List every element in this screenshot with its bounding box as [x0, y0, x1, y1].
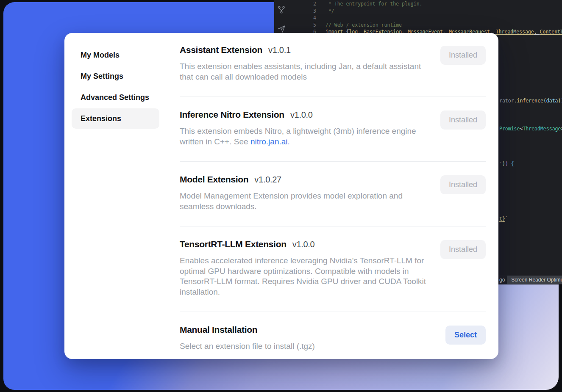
extension-row-tensorrt: TensortRT-LLM Extensionv1.0.0 Enables ac… [180, 226, 486, 312]
extension-description: This extension embeds Nitro, a lightweig… [180, 126, 430, 147]
code-fragment: t}` [499, 215, 508, 223]
settings-sidebar: My Models My Settings Advanced Settings … [64, 33, 166, 359]
installed-button[interactable]: Installed [440, 110, 486, 130]
installed-button[interactable]: Installed [440, 46, 486, 65]
wallpaper-gradient: My Models My Settings Advanced Settings … [3, 2, 559, 390]
installed-button[interactable]: Installed [440, 240, 486, 259]
extension-name: Assistant Extension [180, 45, 262, 55]
extension-version: v1.0.27 [254, 175, 281, 184]
extension-title: Inference Nitro Extensionv1.0.0 [180, 109, 430, 120]
sidebar-item-my-models[interactable]: My Models [72, 45, 159, 65]
code-line: 4 [274, 14, 562, 22]
code-fragment: rator.inference(data)); [499, 97, 562, 105]
code-line: 3 */ [274, 8, 562, 15]
extension-version: v1.0.0 [292, 240, 315, 249]
sidebar-item-label: My Settings [81, 72, 123, 81]
code-line: 2 * The entrypoint for the plugin. [274, 0, 562, 8]
code-area: 2 * The entrypoint for the plugin.3 */45… [274, 0, 562, 36]
sidebar-item-advanced-settings[interactable]: Advanced Settings [72, 87, 159, 108]
code-line: 5// Web / extension runtime [274, 22, 562, 29]
extension-description: This extension enables assistants, inclu… [180, 61, 430, 82]
statusbar-text: go [499, 277, 505, 283]
sidebar-item-label: Advanced Settings [81, 93, 149, 102]
extension-title: Model Extensionv1.0.27 [180, 174, 430, 185]
extensions-panel: Assistant Extensionv1.0.1 This extension… [166, 33, 498, 359]
extension-name: Inference Nitro Extension [180, 110, 284, 119]
sidebar-item-my-settings[interactable]: My Settings [72, 66, 159, 86]
screen-reader-status: Screen Reader Optimize [507, 276, 562, 284]
manual-installation-title: Manual Installation [180, 324, 430, 335]
extension-row-inference-nitro: Inference Nitro Extensionv1.0.0 This ext… [180, 97, 486, 162]
settings-modal: My Models My Settings Advanced Settings … [64, 33, 498, 359]
extension-description: Model Management Extension provides mode… [180, 191, 430, 212]
extension-description: Enables accelerated inference leveraging… [180, 256, 430, 297]
manual-installation-row: Manual Installation Select an extension … [180, 312, 486, 366]
code-fragment: Promise<ThreadMessage> [499, 125, 562, 133]
extension-name: TensortRT-LLM Extension [180, 239, 287, 249]
extension-title: Assistant Extensionv1.0.1 [180, 44, 430, 55]
sidebar-item-label: Extensions [81, 114, 121, 123]
extension-version: v1.0.1 [268, 45, 291, 55]
extension-name: Model Extension [180, 174, 248, 184]
extension-row-model: Model Extensionv1.0.27 Model Management … [180, 162, 486, 226]
sidebar-item-label: My Models [81, 51, 120, 60]
sidebar-item-extensions[interactable]: Extensions [72, 108, 159, 129]
manual-installation-description: Select an extension file to install (.tg… [180, 341, 430, 352]
extension-version: v1.0.0 [290, 110, 313, 119]
extension-row-assistant: Assistant Extensionv1.0.1 This extension… [180, 33, 486, 97]
extension-title: TensortRT-LLM Extensionv1.0.0 [180, 239, 430, 250]
nitro-link[interactable]: nitro.jan.ai. [250, 137, 290, 146]
select-button[interactable]: Select [445, 326, 486, 345]
code-fragment: ')) { [499, 160, 514, 168]
installed-button[interactable]: Installed [440, 175, 486, 194]
